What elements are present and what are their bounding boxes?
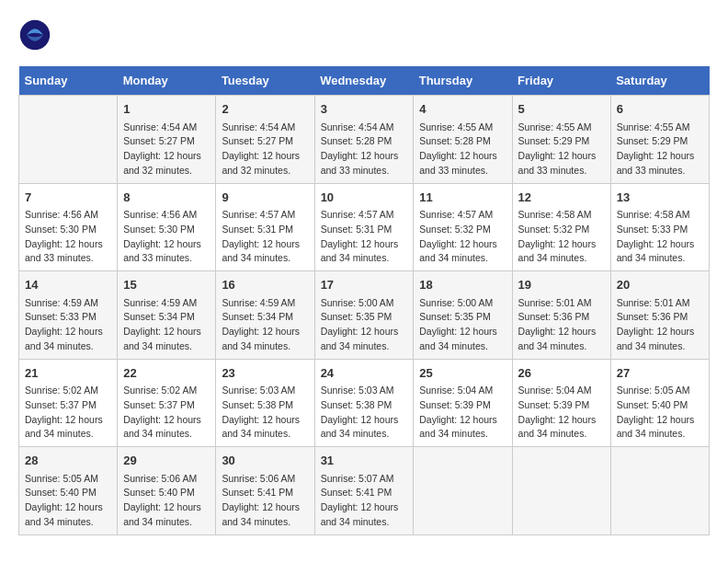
day-info: Sunrise: 4:56 AM Sunset: 5:30 PM Dayligh… [25, 208, 111, 266]
day-number: 6 [617, 100, 703, 119]
column-header-saturday: Saturday [610, 66, 709, 96]
calendar-cell: 18Sunrise: 5:00 AM Sunset: 5:35 PM Dayli… [414, 271, 512, 360]
calendar-cell: 7Sunrise: 4:56 AM Sunset: 5:30 PM Daylig… [19, 183, 118, 271]
day-info: Sunrise: 5:03 AM Sunset: 5:38 PM Dayligh… [222, 384, 308, 442]
column-header-tuesday: Tuesday [216, 66, 314, 96]
day-info: Sunrise: 5:05 AM Sunset: 5:40 PM Dayligh… [25, 472, 111, 530]
calendar-cell: 4Sunrise: 4:55 AM Sunset: 5:28 PM Daylig… [414, 96, 512, 184]
day-number: 25 [419, 364, 506, 383]
day-number: 2 [222, 100, 308, 119]
calendar-cell: 25Sunrise: 5:04 AM Sunset: 5:39 PM Dayli… [414, 359, 512, 447]
day-info: Sunrise: 5:04 AM Sunset: 5:39 PM Dayligh… [518, 384, 605, 442]
logo-icon [18, 18, 51, 52]
day-info: Sunrise: 4:56 AM Sunset: 5:30 PM Dayligh… [123, 208, 210, 266]
calendar-cell: 29Sunrise: 5:06 AM Sunset: 5:40 PM Dayli… [118, 447, 216, 535]
day-info: Sunrise: 5:07 AM Sunset: 5:41 PM Dayligh… [321, 472, 408, 530]
column-header-monday: Monday [118, 66, 216, 96]
calendar-cell: 22Sunrise: 5:02 AM Sunset: 5:37 PM Dayli… [118, 359, 216, 447]
day-info: Sunrise: 4:57 AM Sunset: 5:31 PM Dayligh… [321, 208, 408, 266]
day-info: Sunrise: 5:02 AM Sunset: 5:37 PM Dayligh… [25, 384, 111, 442]
day-info: Sunrise: 4:55 AM Sunset: 5:28 PM Dayligh… [419, 121, 506, 178]
calendar-cell: 5Sunrise: 4:55 AM Sunset: 5:29 PM Daylig… [512, 96, 610, 184]
calendar-cell: 11Sunrise: 4:57 AM Sunset: 5:32 PM Dayli… [414, 183, 512, 271]
calendar-cell: 28Sunrise: 5:05 AM Sunset: 5:40 PM Dayli… [19, 447, 118, 535]
day-number: 17 [321, 276, 408, 294]
calendar-week-row: 14Sunrise: 4:59 AM Sunset: 5:33 PM Dayli… [19, 271, 710, 360]
day-number: 22 [123, 364, 210, 383]
day-info: Sunrise: 5:02 AM Sunset: 5:37 PM Dayligh… [123, 384, 210, 442]
calendar-cell: 14Sunrise: 4:59 AM Sunset: 5:33 PM Dayli… [19, 271, 118, 360]
day-info: Sunrise: 5:01 AM Sunset: 5:36 PM Dayligh… [617, 296, 703, 354]
calendar-cell [610, 447, 709, 535]
calendar-table: SundayMondayTuesdayWednesdayThursdayFrid… [18, 66, 710, 535]
day-info: Sunrise: 5:03 AM Sunset: 5:38 PM Dayligh… [321, 384, 408, 442]
calendar-header-row: SundayMondayTuesdayWednesdayThursdayFrid… [19, 66, 710, 96]
day-info: Sunrise: 5:05 AM Sunset: 5:40 PM Dayligh… [617, 384, 703, 442]
calendar-cell: 10Sunrise: 4:57 AM Sunset: 5:31 PM Dayli… [314, 183, 414, 271]
column-header-friday: Friday [512, 66, 610, 96]
calendar-cell [19, 96, 118, 184]
day-number: 27 [617, 364, 703, 383]
day-number: 28 [25, 452, 111, 470]
calendar-cell: 12Sunrise: 4:58 AM Sunset: 5:32 PM Dayli… [512, 183, 610, 271]
column-header-thursday: Thursday [414, 66, 512, 96]
day-info: Sunrise: 4:59 AM Sunset: 5:34 PM Dayligh… [222, 296, 308, 354]
calendar-cell: 20Sunrise: 5:01 AM Sunset: 5:36 PM Dayli… [610, 271, 709, 360]
day-number: 3 [321, 100, 408, 119]
day-info: Sunrise: 4:58 AM Sunset: 5:33 PM Dayligh… [617, 208, 703, 266]
svg-point-0 [20, 20, 50, 50]
day-info: Sunrise: 5:06 AM Sunset: 5:40 PM Dayligh… [123, 472, 210, 530]
calendar-cell: 23Sunrise: 5:03 AM Sunset: 5:38 PM Dayli… [216, 359, 314, 447]
logo [18, 18, 53, 52]
day-number: 20 [617, 276, 703, 294]
day-info: Sunrise: 4:57 AM Sunset: 5:32 PM Dayligh… [419, 208, 506, 266]
calendar-cell: 19Sunrise: 5:01 AM Sunset: 5:36 PM Dayli… [512, 271, 610, 360]
calendar-cell: 3Sunrise: 4:54 AM Sunset: 5:28 PM Daylig… [314, 96, 414, 184]
day-number: 10 [321, 189, 408, 207]
day-number: 31 [321, 452, 408, 470]
calendar-cell: 24Sunrise: 5:03 AM Sunset: 5:38 PM Dayli… [314, 359, 414, 447]
day-number: 8 [123, 189, 210, 207]
day-number: 11 [419, 189, 506, 207]
column-header-sunday: Sunday [19, 66, 118, 96]
calendar-cell [512, 447, 610, 535]
day-number: 29 [123, 452, 210, 470]
day-info: Sunrise: 5:00 AM Sunset: 5:35 PM Dayligh… [419, 296, 506, 354]
calendar-cell: 8Sunrise: 4:56 AM Sunset: 5:30 PM Daylig… [118, 183, 216, 271]
calendar-week-row: 1Sunrise: 4:54 AM Sunset: 5:27 PM Daylig… [19, 96, 710, 184]
calendar-cell: 1Sunrise: 4:54 AM Sunset: 5:27 PM Daylig… [118, 96, 216, 184]
day-number: 9 [222, 189, 308, 207]
day-info: Sunrise: 5:00 AM Sunset: 5:35 PM Dayligh… [321, 296, 408, 354]
day-number: 13 [617, 189, 703, 207]
calendar-cell: 31Sunrise: 5:07 AM Sunset: 5:41 PM Dayli… [314, 447, 414, 535]
calendar-cell: 16Sunrise: 4:59 AM Sunset: 5:34 PM Dayli… [216, 271, 314, 360]
column-header-wednesday: Wednesday [314, 66, 414, 96]
day-number: 7 [25, 189, 111, 207]
calendar-cell: 27Sunrise: 5:05 AM Sunset: 5:40 PM Dayli… [610, 359, 709, 447]
day-info: Sunrise: 5:04 AM Sunset: 5:39 PM Dayligh… [419, 384, 506, 442]
day-info: Sunrise: 4:55 AM Sunset: 5:29 PM Dayligh… [518, 121, 605, 178]
day-info: Sunrise: 4:58 AM Sunset: 5:32 PM Dayligh… [518, 208, 605, 266]
day-info: Sunrise: 4:59 AM Sunset: 5:34 PM Dayligh… [123, 296, 210, 354]
day-number: 12 [518, 189, 605, 207]
day-info: Sunrise: 4:57 AM Sunset: 5:31 PM Dayligh… [222, 208, 308, 266]
page-header [18, 18, 710, 52]
calendar-cell: 13Sunrise: 4:58 AM Sunset: 5:33 PM Dayli… [610, 183, 709, 271]
calendar-cell: 30Sunrise: 5:06 AM Sunset: 5:41 PM Dayli… [216, 447, 314, 535]
day-number: 30 [222, 452, 308, 470]
calendar-cell: 6Sunrise: 4:55 AM Sunset: 5:29 PM Daylig… [610, 96, 709, 184]
calendar-week-row: 7Sunrise: 4:56 AM Sunset: 5:30 PM Daylig… [19, 183, 710, 271]
day-number: 21 [25, 364, 111, 383]
day-number: 19 [518, 276, 605, 294]
day-info: Sunrise: 4:55 AM Sunset: 5:29 PM Dayligh… [617, 121, 703, 178]
day-info: Sunrise: 4:54 AM Sunset: 5:27 PM Dayligh… [222, 121, 308, 178]
calendar-week-row: 28Sunrise: 5:05 AM Sunset: 5:40 PM Dayli… [19, 447, 710, 535]
day-number: 15 [123, 276, 210, 294]
calendar-week-row: 21Sunrise: 5:02 AM Sunset: 5:37 PM Dayli… [19, 359, 710, 447]
calendar-cell: 17Sunrise: 5:00 AM Sunset: 5:35 PM Dayli… [314, 271, 414, 360]
calendar-cell: 21Sunrise: 5:02 AM Sunset: 5:37 PM Dayli… [19, 359, 118, 447]
day-info: Sunrise: 4:59 AM Sunset: 5:33 PM Dayligh… [25, 296, 111, 354]
calendar-cell [414, 447, 512, 535]
day-number: 16 [222, 276, 308, 294]
calendar-cell: 9Sunrise: 4:57 AM Sunset: 5:31 PM Daylig… [216, 183, 314, 271]
